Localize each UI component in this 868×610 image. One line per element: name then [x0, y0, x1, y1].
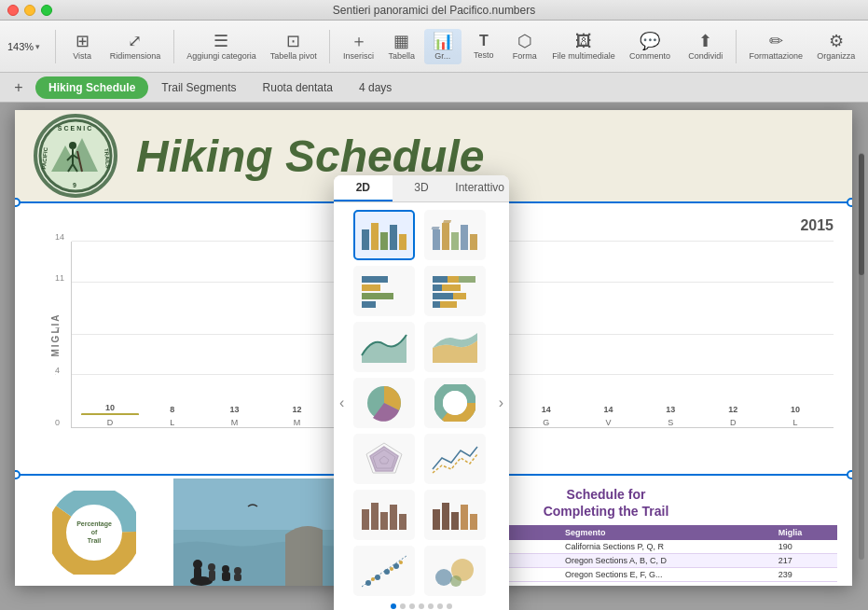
picker-tab-3d[interactable]: 3D — [393, 175, 451, 201]
svg-rect-40 — [362, 276, 388, 283]
y-axis-label: MIGLIA — [50, 313, 61, 357]
file-multimediale-icon: 🖼 — [575, 33, 592, 49]
toolbar-aggiungi-categoria[interactable]: ☰ Aggiungi categoria — [182, 29, 261, 64]
chart-option-donut[interactable] — [424, 378, 486, 428]
svg-rect-46 — [459, 276, 475, 283]
canvas-scroll-thumb[interactable] — [859, 154, 864, 276]
svg-rect-47 — [433, 284, 442, 291]
chart-option-bar-side[interactable] — [424, 490, 486, 540]
svg-point-21 — [193, 560, 202, 569]
svg-rect-42 — [362, 293, 393, 299]
chart-option-hbar[interactable] — [353, 266, 415, 316]
svg-rect-65 — [399, 514, 406, 530]
svg-rect-64 — [390, 505, 397, 530]
page-dot-1[interactable] — [391, 603, 396, 609]
chart-option-bar-alt[interactable] — [424, 210, 486, 260]
tab-hiking-schedule[interactable]: Hiking Schedule — [35, 76, 148, 99]
svg-rect-32 — [399, 234, 406, 250]
toolbar-condividi[interactable]: ⬆ Condividi — [683, 29, 728, 64]
col-header-segmento: Segmento — [560, 525, 774, 540]
page-dot-3[interactable] — [409, 603, 415, 609]
close-button[interactable] — [7, 5, 19, 16]
chart-option-bubble[interactable] — [424, 546, 486, 596]
picker-prev-button[interactable]: ‹ — [334, 395, 350, 411]
vista-label: Vista — [73, 51, 91, 61]
svg-rect-39 — [470, 234, 477, 250]
tab-trail-segments[interactable]: Trail Segments — [148, 76, 249, 99]
svg-rect-41 — [362, 284, 380, 291]
chart-option-pie[interactable] — [353, 378, 415, 428]
canvas-scrollbar[interactable] — [859, 153, 864, 559]
page-dot-6[interactable] — [437, 603, 443, 609]
condividi-label: Condividi — [688, 51, 723, 61]
svg-rect-28 — [362, 229, 369, 250]
chart-option-line-scatter[interactable] — [424, 434, 486, 484]
svg-rect-20 — [194, 567, 201, 581]
svg-rect-35 — [442, 223, 449, 250]
svg-text:SCENIC: SCENIC — [58, 125, 93, 132]
commento-label: Commento — [629, 51, 670, 61]
chart-option-radar[interactable] — [353, 434, 415, 484]
svg-rect-67 — [442, 503, 449, 530]
svg-rect-43 — [362, 301, 376, 308]
page-dot-7[interactable] — [447, 603, 452, 609]
chart-option-area-stacked[interactable] — [424, 322, 486, 372]
pie-chart-section: PercentageofTrail — [15, 478, 173, 586]
svg-rect-24 — [222, 572, 230, 581]
svg-point-73 — [375, 575, 380, 580]
chart-option-bar-line[interactable] — [353, 490, 415, 540]
svg-rect-70 — [470, 514, 477, 530]
zoom-control[interactable]: 143% ▾ — [7, 41, 40, 52]
toolbar-formattazione[interactable]: ✏ Formattazione — [744, 29, 808, 64]
svg-rect-33 — [433, 229, 440, 250]
toolbar-tabella-pivot[interactable]: ⊡ Tabella pivot — [265, 29, 322, 64]
svg-rect-66 — [433, 509, 440, 530]
chart-type-grid — [350, 202, 492, 603]
toolbar-inserisci[interactable]: ＋ Inserisci — [338, 29, 379, 64]
zoom-arrow-icon[interactable]: ▾ — [35, 42, 40, 51]
page-dot-2[interactable] — [400, 603, 406, 609]
file-multimediale-label: File multimediale — [552, 51, 615, 61]
page-dot-5[interactable] — [428, 603, 434, 609]
picker-tab-2d[interactable]: 2D — [334, 175, 393, 201]
toolbar-testo[interactable]: T Testo — [465, 30, 503, 63]
picker-tab-interattivo[interactable]: Interattivo — [450, 175, 509, 201]
ridimensiona-icon: ⤢ — [128, 33, 142, 49]
fullscreen-button[interactable] — [41, 5, 52, 16]
add-sheet-button[interactable]: + — [7, 76, 30, 99]
toolbar-ridimensiona[interactable]: ⤢ Ridimensiona — [104, 29, 166, 64]
chart-option-bar-grouped[interactable] — [353, 210, 415, 260]
chart-option-hbar-stacked[interactable] — [424, 266, 486, 316]
svg-rect-63 — [380, 512, 388, 530]
toolbar-tabella[interactable]: ▦ Tabella — [383, 29, 420, 64]
svg-rect-37 — [451, 232, 459, 250]
toolbar: 143% ▾ ⊞ Vista ⤢ Ridimensiona ☰ Aggiungi… — [0, 21, 868, 73]
tabella-pivot-label: Tabella pivot — [270, 51, 317, 61]
toolbar-grafico[interactable]: 📊 Gr... — [424, 29, 462, 64]
testo-icon: T — [479, 34, 489, 49]
picker-next-button[interactable]: › — [493, 395, 509, 411]
toolbar-organizza[interactable]: ⚙ Organizza — [812, 29, 861, 64]
svg-rect-62 — [371, 503, 379, 530]
tab-days[interactable]: 4 days — [346, 76, 405, 99]
minimize-button[interactable] — [24, 5, 35, 16]
aggiungi-categoria-label: Aggiungi categoria — [186, 51, 256, 61]
aggiungi-categoria-icon: ☰ — [214, 33, 228, 49]
picker-page-dots — [334, 603, 509, 610]
svg-point-23 — [208, 563, 215, 571]
chart-option-scatter-dots[interactable] — [353, 546, 415, 596]
titlebar: Sentieri panoramici del Pacifico.numbers — [0, 0, 868, 21]
toolbar-commento[interactable]: 💬 Commento — [624, 29, 675, 64]
toolbar-file-multimediale[interactable]: 🖼 File multimediale — [547, 29, 620, 64]
grafico-label: Gr... — [434, 51, 450, 61]
page-dot-4[interactable] — [419, 603, 424, 609]
vista-icon: ⊞ — [76, 33, 90, 49]
formattazione-icon: ✏ — [769, 33, 783, 49]
toolbar-vista[interactable]: ⊞ Vista — [63, 29, 101, 64]
grafico-icon: 📊 — [433, 33, 453, 49]
tab-ruota-dentata[interactable]: Ruota dentata — [250, 76, 346, 99]
toolbar-forma[interactable]: ⬡ Forma — [506, 29, 544, 64]
svg-point-25 — [222, 565, 229, 573]
chart-option-area[interactable] — [353, 322, 415, 372]
chart-picker-tabs: 2D 3D Interattivo — [334, 175, 509, 202]
